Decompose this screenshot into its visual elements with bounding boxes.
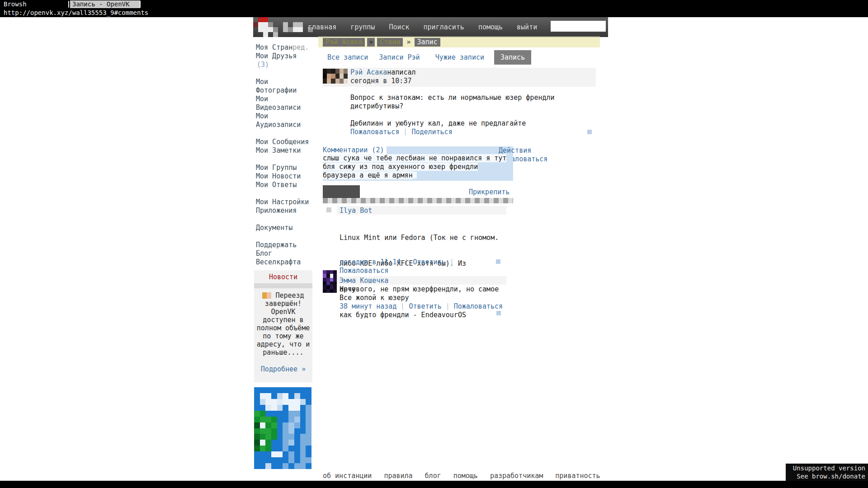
like-widget[interactable]: [587, 130, 592, 134]
sidebar-my-page[interactable]: Моя Стран: [256, 43, 292, 52]
comment-report-link[interactable]: Пожаловаться: [454, 302, 503, 310]
tab-divider: [68, 1, 69, 8]
browser-tab[interactable]: Запись - OpenVK: [70, 0, 140, 8]
breadcrumb-separator: »: [406, 37, 410, 47]
footer-rules-link[interactable]: правила: [384, 472, 412, 480]
post-share-link[interactable]: Поделиться: [411, 128, 452, 136]
search-input[interactable]: [551, 21, 606, 32]
browsh-app-name: Browsh: [4, 0, 27, 9]
sidebar-my-photos[interactable]: Мои Фотографии: [256, 78, 313, 95]
browsh-titlebar: Browsh Запись - OpenVK: [0, 0, 868, 9]
post-text-line: дистрибутивы?: [350, 102, 597, 111]
divider: [406, 259, 407, 266]
post-header: Рэй Асаканаписал сегодня в 10:37: [323, 68, 596, 87]
post-verb: написал: [387, 68, 415, 76]
sidebar-my-friends[interactable]: Мои Друзья: [256, 52, 297, 60]
nav-home[interactable]: главная: [308, 23, 336, 31]
post-author-avatar[interactable]: [323, 69, 348, 84]
top-navigation: главная группы Поиск пригласить помощь в…: [308, 17, 537, 37]
breadcrumb-separator: »: [367, 38, 375, 47]
comment-timestamp: сегодня в 11:14: [340, 258, 401, 266]
sidebar-my-notes[interactable]: Мои Заметки: [256, 146, 313, 155]
sidebar-apps[interactable]: Приложения: [256, 206, 313, 215]
overlay-line[interactable]: See brow.sh/donate: [788, 472, 865, 480]
comment-textarea[interactable]: слыш сука че тебе лесбиан не понравился …: [323, 154, 513, 181]
url-text[interactable]: http://openvk.xyz/wall35553_9#comments: [4, 9, 148, 17]
comment-submit-button[interactable]: [323, 185, 360, 198]
comment-text-line: арчевого, не прям юзерфрендли, но самое: [340, 285, 499, 294]
browsh-urlbar[interactable]: http://openvk.xyz/wall35553_9#comments: [0, 9, 868, 17]
sidebar: Моя Странред. Мои Друзья (3) Мои Фотогра…: [256, 43, 313, 275]
post-report-link[interactable]: Пожаловаться: [350, 128, 399, 136]
footer-about-link[interactable]: об инстанции: [323, 472, 372, 480]
divider: [452, 259, 452, 266]
tab-others-posts[interactable]: Чужие записи: [435, 53, 484, 61]
sidebar-my-videos[interactable]: Мои Видеозаписи: [256, 95, 313, 112]
comment-reply-link[interactable]: Ответить: [409, 302, 441, 310]
tab-own-posts[interactable]: Записи Рэй: [379, 53, 420, 61]
footer-developers-link[interactable]: разработчикам: [490, 472, 543, 480]
footer-blog-link[interactable]: блог: [425, 472, 441, 480]
sidebar-my-answers[interactable]: Мои Ответы: [256, 181, 313, 189]
comment-meta: 38 минут назад Ответить Пожаловаться: [340, 302, 503, 310]
attach-link[interactable]: Прикрепить: [469, 188, 509, 196]
comment-input-line: бля сижу из под ахуенного юзер френдли: [323, 163, 478, 171]
like-widget[interactable]: [496, 259, 500, 264]
nav-search[interactable]: Поиск: [389, 23, 409, 31]
comment-meta: сегодня в 11:14 Ответить: [340, 258, 458, 266]
tab-all-posts[interactable]: Все записи: [327, 53, 368, 61]
comment-text-line: Linux Mint или Fedora (Ток не с гномом.: [340, 234, 499, 242]
comment-timestamp: 38 минут назад: [340, 302, 396, 310]
comment-input-line: слыш сука че тебе лесбиан не понравился …: [323, 154, 506, 162]
comments-header: Комментарии (2): [323, 146, 513, 154]
news-more-link[interactable]: Подробнее »: [254, 365, 312, 373]
attachment-dropzone[interactable]: [323, 198, 513, 203]
sidebar-support-blog[interactable]: Поддержать Блог Веселкрафта: [256, 241, 313, 267]
breadcrumb: Рэй Асака»Стена»Запис: [318, 36, 600, 47]
comment-text-line: Нету: [340, 285, 356, 293]
post-text-line: Вопрос к знатокам: есть ли нормальные юз…: [350, 94, 597, 102]
nav-groups[interactable]: группы: [350, 23, 375, 31]
friends-count: (3): [257, 61, 313, 69]
comment-author-link[interactable]: Ilya Bot: [340, 206, 372, 215]
site-footer: об инстанции правила блог помощь разрабо…: [323, 472, 600, 480]
sidebar-my-page-edit[interactable]: ред.: [292, 43, 309, 52]
sidebar-advert-image[interactable]: [254, 387, 311, 469]
breadcrumb-wall[interactable]: Стена: [377, 38, 403, 47]
comment-report-link[interactable]: Пожаловаться: [340, 267, 388, 275]
comment-author-avatar[interactable]: [326, 207, 331, 212]
news-item-icon: [262, 292, 267, 299]
sidebar-documents[interactable]: Документы: [256, 224, 313, 232]
comment-author-link[interactable]: Эмма Кошечка: [340, 277, 388, 285]
sidebar-my-groups[interactable]: Мои Группы: [256, 164, 313, 172]
sidebar-my-messages[interactable]: Мои Сообщения: [256, 138, 313, 146]
breadcrumb-user[interactable]: Рэй Асака: [323, 38, 365, 47]
divider: [402, 303, 403, 310]
openvk-logo-icon[interactable]: [253, 17, 313, 37]
comment-reply-link[interactable]: Ответить: [413, 258, 445, 266]
comment-author-avatar[interactable]: [323, 270, 337, 293]
overlay-line: Unsupported version: [788, 464, 865, 472]
comment-text-line: как будто френдли - EndeavourOS: [340, 311, 499, 319]
nav-help[interactable]: помощь: [478, 23, 503, 31]
news-text: Переезд завершён! OpenVK доступен в полн…: [254, 291, 312, 357]
post-text-line: Дебилиан и уюбунту кал, даже не предлага…: [350, 119, 597, 128]
screen: Browsh Запись - OpenVK http://openvk.xyz…: [0, 0, 868, 488]
tab-divider: [140, 1, 141, 8]
footer-privacy-link[interactable]: приватность: [555, 472, 600, 480]
like-widget[interactable]: [496, 311, 501, 315]
nav-logout[interactable]: выйти: [517, 23, 537, 31]
tab-single-post[interactable]: Запись: [494, 50, 531, 65]
sidebar-my-news[interactable]: Мои Новости: [256, 172, 313, 181]
breadcrumb-current: Запис: [415, 38, 440, 47]
post-body: Вопрос к знатокам: есть ли нормальные юз…: [350, 94, 597, 136]
post-author-link[interactable]: Рэй Асака: [350, 68, 387, 76]
comment-text-line: Все жопой к юзеру: [340, 294, 409, 302]
sidebar-my-audios[interactable]: Мои Аудиозаписи: [256, 112, 313, 129]
bottom-bar: [0, 481, 868, 488]
site-header: главная группы Поиск пригласить помощь в…: [253, 17, 608, 37]
nav-invite[interactable]: пригласить: [424, 23, 464, 31]
footer-help-link[interactable]: помощь: [453, 472, 478, 480]
post-timestamp: сегодня в 10:37: [350, 77, 411, 85]
sidebar-my-settings[interactable]: Мои Настройки: [256, 198, 313, 206]
